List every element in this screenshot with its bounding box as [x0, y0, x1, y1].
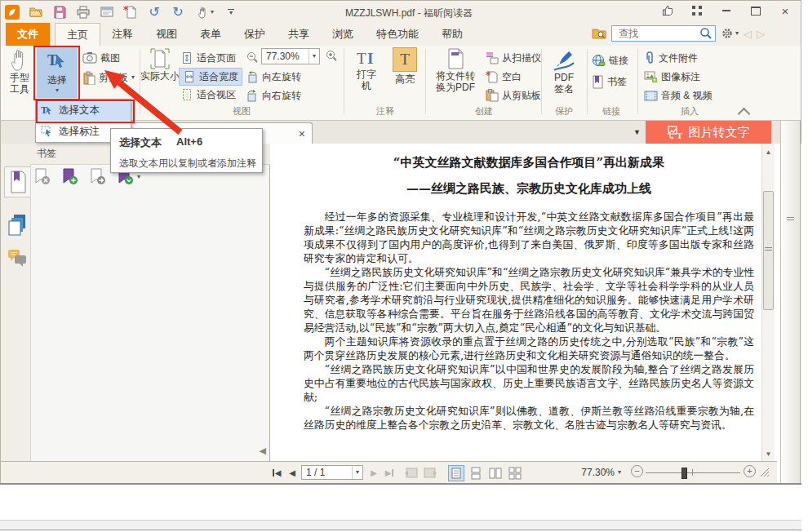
new-document-icon[interactable] [122, 4, 139, 20]
from-clipboard-button[interactable]: 从剪贴板 [486, 87, 541, 104]
sidebar-tab-bookmarks[interactable] [4, 166, 30, 197]
zoom-in-icon[interactable] [325, 49, 338, 62]
menu-tab-features[interactable]: 特色功能 [365, 23, 430, 46]
image-annotation-button[interactable]: 图像标注 [644, 69, 700, 85]
document-page[interactable]: “中英文丝路文献数据库多国合作项目”再出新成果 ——丝绸之路民族、宗教历史文化库… [270, 144, 776, 461]
zoom-slider-thumb[interactable] [681, 468, 687, 479]
menu-tab-file[interactable]: 文件 [6, 23, 50, 46]
right-panel-splitter[interactable] [780, 121, 801, 483]
select-text-tooltip: 选择文本 Alt+6 选取文本用以复制或者添加注释 [110, 128, 263, 173]
close-icon[interactable]: × [776, 3, 794, 18]
facing-view-icon[interactable] [487, 465, 504, 481]
menu-tab-share[interactable]: 共享 [277, 23, 321, 46]
tab-list-caret-icon[interactable]: ▼ [633, 128, 641, 136]
snapshot-button[interactable]: 截图 [82, 50, 120, 66]
pdf-sign-button[interactable]: PDF签名 [544, 47, 584, 95]
menu-item-select-text-label: 选择文本 [59, 104, 100, 117]
customize-toolbar-icon[interactable]: ▾ [225, 4, 237, 20]
menu-tab-view[interactable]: 视图 [144, 23, 189, 46]
redo-icon[interactable]: ↻ [170, 4, 186, 20]
clipboard-button[interactable]: 剪贴板 ▾ [82, 69, 135, 86]
search-folder-icon[interactable] [592, 26, 606, 41]
rotate-left-button[interactable]: 向左旋转 [246, 69, 301, 85]
single-page-view-icon[interactable] [448, 465, 464, 481]
file-attachment-button[interactable]: 文件附件 [644, 50, 698, 66]
hand-tool-button[interactable]: 手型工具 [4, 47, 35, 95]
next-page-icon[interactable]: ▶ [368, 465, 380, 480]
menu-tab-browse[interactable]: 浏览 [321, 23, 365, 46]
window-bottom-edge [0, 483, 801, 485]
blank-button[interactable]: 空白 [486, 69, 522, 85]
open-file-icon[interactable] [28, 4, 44, 20]
maximize-icon[interactable] [747, 3, 765, 18]
zoom-slider[interactable] [646, 465, 740, 480]
tab-close-icon[interactable]: × [299, 127, 305, 140]
scroll-down-icon[interactable]: ▼ [762, 447, 775, 460]
bookmark-button[interactable]: 书签 [592, 73, 627, 90]
continuous-facing-view-icon[interactable] [507, 465, 523, 481]
view-doc-icon[interactable] [99, 4, 115, 20]
document-scrollbar[interactable]: ▲ ▼ [761, 144, 775, 461]
actual-size-icon [149, 47, 171, 70]
zoom-out-button[interactable]: − [631, 465, 643, 477]
menu-tabs: 文件主页注释视图表单保护共享浏览特色功能帮助 [6, 23, 474, 46]
fit-width-button[interactable]: 适合宽度 [179, 68, 242, 86]
last-page-icon[interactable]: ▶ [383, 465, 396, 480]
search-settings-gear-icon[interactable]: ▾ [721, 27, 739, 40]
menu-item-select-text[interactable]: T 选择文本 [36, 100, 131, 121]
zoom-out-icon[interactable] [246, 51, 259, 64]
print-icon[interactable] [75, 4, 91, 20]
select-button[interactable]: T 选择 ▾ [37, 47, 78, 98]
group-label-view: 视图 [144, 105, 339, 117]
globe-link-icon [592, 54, 606, 68]
typewriter-button[interactable]: TI 打字机 [350, 47, 383, 91]
page-number-combo[interactable]: 1 / 1 ▾ [301, 465, 363, 480]
zoom-in-button[interactable]: + [744, 465, 756, 477]
fit-page-button[interactable]: 适合页面 [180, 50, 236, 66]
sidebar-tab-comments[interactable] [4, 245, 29, 273]
foxit-logo-icon[interactable] [4, 4, 20, 20]
menu-tab-protect[interactable]: 保护 [233, 23, 277, 46]
menu-bar: 文件主页注释视图表单保护共享浏览特色功能帮助 ▾ ◁ ▷ [0, 23, 801, 46]
scrollbar-thumb[interactable] [763, 191, 774, 310]
continuous-view-icon[interactable] [468, 465, 484, 481]
previous-view-icon[interactable] [404, 465, 418, 480]
actual-size-button[interactable]: 实际大小 [144, 47, 175, 82]
find-next-icon[interactable]: ▷ [757, 28, 765, 40]
share-icon[interactable] [659, 3, 677, 18]
menu-tab-comment[interactable]: 注释 [100, 23, 144, 46]
tile-windows-icon[interactable] [688, 3, 706, 18]
sidebar-tab-pages[interactable] [4, 211, 29, 240]
find-input[interactable] [617, 27, 699, 40]
add-bookmark-icon[interactable] [61, 168, 79, 186]
delete-bookmark-icon[interactable] [33, 168, 51, 186]
resize-grip[interactable] [760, 465, 770, 480]
highlight-button[interactable]: T 高亮 [388, 47, 422, 85]
sidebar-collapse-icon[interactable]: ◀ [260, 446, 266, 456]
previous-page-icon[interactable]: ◀ [286, 465, 298, 480]
first-page-icon[interactable]: ◀ [270, 465, 283, 480]
ocr-image-to-text-button[interactable]: T 图片转文字 [646, 121, 771, 144]
zoom-combo-caret[interactable]: ▾ [309, 49, 319, 64]
magnifier-icon[interactable] [699, 27, 713, 40]
undo-icon[interactable]: ↺ [146, 4, 162, 20]
link-button[interactable]: 链接 [592, 52, 628, 69]
audio-video-button[interactable]: 音频 & 视频 [644, 87, 713, 104]
menu-tab-help[interactable]: 帮助 [430, 23, 474, 46]
minimize-icon[interactable] [717, 3, 735, 18]
rotate-right-button[interactable]: 向右旋转 [246, 87, 301, 104]
hand-select-icon[interactable]: ▾ [193, 4, 218, 20]
zoom-combo[interactable]: 77.30% ▾ [261, 48, 320, 64]
convert-to-pdf-button[interactable]: 将文件转换为PDF [432, 47, 479, 93]
menu-tab-home[interactable]: 主页 [55, 23, 100, 46]
scroll-up-icon[interactable]: ▲ [762, 145, 775, 158]
menu-tab-form[interactable]: 表单 [189, 23, 233, 46]
from-scanner-button[interactable]: 从扫描仪 [486, 50, 541, 66]
fit-visible-button[interactable]: 适合视区 [180, 86, 236, 103]
expand-bookmark-icon[interactable] [89, 168, 107, 186]
save-icon[interactable] [51, 4, 68, 20]
next-view-icon[interactable] [424, 465, 437, 480]
audio-video-label: 音频 & 视频 [661, 89, 713, 103]
status-zoom-caret[interactable]: ▾ [618, 465, 621, 480]
find-prev-icon[interactable]: ◁ [744, 28, 752, 40]
